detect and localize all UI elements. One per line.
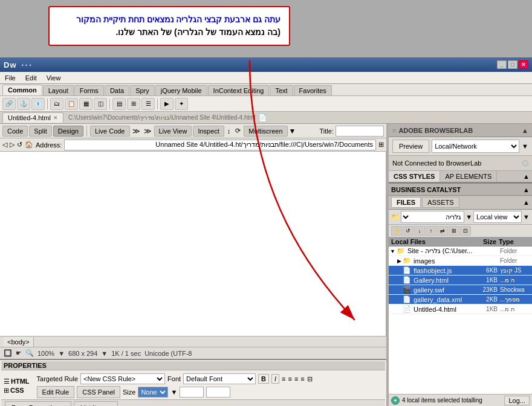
edit-rule-button[interactable]: Edit Rule [37, 386, 75, 398]
address-bar: ◁ ▷ ↺ 🏠 Address: ⊞ [0, 138, 386, 152]
file-row[interactable]: ▶📄Untitled-4.html1KB...ת מ [389, 304, 532, 314]
tab-data[interactable]: Data [105, 85, 129, 95]
size-select[interactable]: None [138, 387, 168, 398]
split-button[interactable]: Split [29, 126, 51, 137]
files-panel-collapse[interactable]: ▲ [523, 199, 530, 206]
live-code-button[interactable]: Live Code [90, 126, 130, 137]
file-row[interactable]: ▶📄flashobject.js6KBקובץ JS [389, 266, 532, 276]
toolbar-tabs: Common Layout Forms Data Spry jQuery Mob… [0, 84, 532, 96]
menu-file[interactable]: File [2, 74, 18, 82]
file-size: 1K / 1 sec [111, 350, 141, 357]
bc-header: BUSINESS CATALYST ▲ [389, 184, 532, 196]
italic-button[interactable]: I [271, 374, 279, 384]
address-input[interactable] [64, 140, 376, 150]
page-properties-button[interactable]: Page Properties... [5, 401, 71, 407]
toolbar-icon-4[interactable]: 🗂 [50, 98, 63, 110]
tab-spry[interactable]: Spry [130, 85, 155, 95]
code-button[interactable]: Code [2, 126, 28, 137]
files-tab[interactable]: FILES [391, 197, 421, 208]
browserlab-collapse[interactable]: ▲ [522, 127, 528, 134]
toolbar-icons: 🔗 ⚓ 📧 🗂 📋 ▦ ◫ ▤ ⊞ ☰ ▶ ✦ [0, 96, 532, 112]
window-controls: _ □ ✕ [497, 60, 528, 69]
log-button[interactable]: Log... [504, 396, 530, 405]
browserlab-title: ADOBE BROWSERLAB [398, 127, 473, 134]
toolbar-icon-7[interactable]: ◫ [94, 98, 107, 110]
view-select[interactable]: Local view [473, 211, 522, 223]
ap-elements-tab[interactable]: AP ELEMENTS [440, 171, 497, 182]
doc-tab[interactable]: Untitled-4.html ✕ [2, 112, 63, 123]
expand-icon[interactable]: ⊡ [460, 226, 471, 236]
live-view-button[interactable]: Live View [154, 126, 192, 137]
list-item-button[interactable]: List Item... [74, 401, 118, 407]
editor-canvas [0, 152, 386, 336]
font-select[interactable]: Default Font [183, 373, 256, 384]
tab-text[interactable]: Text [270, 85, 293, 95]
title-bar: Dw ▪ ▪ ▪ _ □ ✕ [0, 57, 532, 72]
file-row[interactable]: ▶📄Gallery.html1KB...ה מ [389, 276, 532, 285]
upload-icon[interactable]: ↑ [426, 226, 436, 236]
callout-tooltip: עתה גם ארבעת קבצי הגלריה נמצאים תחת תיקי… [48, 6, 290, 46]
toolbar-icon-1[interactable]: 🔗 [2, 98, 16, 110]
size-label: Size [123, 388, 135, 396]
toolbar-icon-2[interactable]: ⚓ [17, 98, 30, 110]
file-row[interactable]: ▼📁Site - גלריה (C:\User...Folder [389, 246, 532, 256]
site-select[interactable]: גלריה [401, 211, 464, 223]
bold-button[interactable]: B [258, 374, 269, 384]
dimensions: 680 x 294 [68, 350, 97, 357]
body-tag[interactable]: <body> [4, 337, 34, 347]
download-icon[interactable]: ↓ [414, 226, 425, 236]
toolbar-icon-3[interactable]: 📧 [31, 98, 45, 110]
files-footer: ● 4 local items selected totalling Log..… [389, 394, 532, 406]
toolbar-icon-5[interactable]: 📋 [65, 98, 78, 110]
size-value-input[interactable] [180, 387, 204, 398]
dw-logo: Dw [4, 60, 17, 69]
tab-incontext[interactable]: InContext Editing [208, 85, 270, 95]
refresh-icon[interactable]: ↺ [403, 226, 414, 236]
tab-layout[interactable]: Layout [43, 85, 74, 95]
status-bar: 🔲 ☛ 🔍 100% ▼ 680 x 294 ▼ 1K / 1 sec Unic… [0, 347, 386, 359]
toolbar-icon-9[interactable]: ⊞ [127, 98, 140, 110]
connect-icon[interactable]: ⚡ [391, 226, 402, 236]
file-row[interactable]: ▶🎬gallery.swf23KBShockwa [389, 285, 532, 295]
css-panel-button[interactable]: CSS Panel [77, 386, 120, 398]
preview-button[interactable]: Preview [392, 140, 429, 153]
tab-favorites[interactable]: Favorites [294, 85, 332, 95]
maximize-button[interactable]: □ [508, 60, 517, 69]
doc-tab-bar: Untitled-4.html ✕ C:\Users\win7\Document… [0, 112, 532, 124]
file-row[interactable]: ▶📁imagesFolder [389, 256, 532, 266]
minimize-button[interactable]: _ [497, 60, 507, 69]
menu-edit[interactable]: Edit [23, 74, 39, 82]
tab-common[interactable]: Common [2, 85, 42, 95]
design-button[interactable]: Design [53, 126, 83, 137]
files-panel: FILES ASSETS ▲ 📁 גלריה ▼ Local view [389, 196, 532, 406]
targeted-rule-select[interactable]: <New CSS Rule> [80, 373, 165, 384]
close-button[interactable]: ✕ [519, 60, 528, 69]
diff-icon[interactable]: ⊞ [449, 226, 459, 236]
zoom-level: 100% [37, 350, 54, 357]
doc-icon: 📄 [258, 114, 267, 122]
toolbar-icon-10[interactable]: ☰ [141, 98, 155, 110]
tab-forms[interactable]: Forms [74, 85, 104, 95]
sync-icon[interactable]: ⇄ [437, 226, 448, 236]
html-label: HTML [11, 378, 30, 385]
toolbar-icon-8[interactable]: ▤ [112, 98, 126, 110]
dw-window: Dw ▪ ▪ ▪ _ □ ✕ File Edit View Common Lay… [0, 57, 532, 406]
css-styles-tab[interactable]: CSS STYLES [389, 171, 440, 182]
file-row[interactable]: ▶📄gallery_data.xml2KB...מסמך [389, 295, 532, 304]
toolbar-icon-12[interactable]: ✦ [175, 98, 188, 110]
multiscreen-button[interactable]: Multiscreen [244, 126, 287, 137]
toolbar-icon-6[interactable]: ▦ [79, 98, 92, 110]
doc-tab-close[interactable]: ✕ [53, 115, 58, 121]
encoding: Unicode (UTF-8 [144, 350, 192, 357]
size-unit-input[interactable] [206, 387, 230, 398]
title-input[interactable] [336, 126, 384, 137]
inspect-button[interactable]: Inspect [193, 126, 224, 137]
local-network-select[interactable]: Local/Network [432, 140, 519, 153]
toolbar-icon-11[interactable]: ▶ [160, 98, 174, 110]
bc-collapse[interactable]: ▲ [523, 186, 530, 193]
styles-collapse[interactable]: ▲ [521, 173, 532, 180]
menu-view[interactable]: View [44, 74, 63, 82]
assets-tab[interactable]: ASSETS [422, 197, 459, 208]
tab-jquery[interactable]: jQuery Mobile [155, 85, 207, 95]
toolbar-sep-1 [47, 98, 48, 109]
